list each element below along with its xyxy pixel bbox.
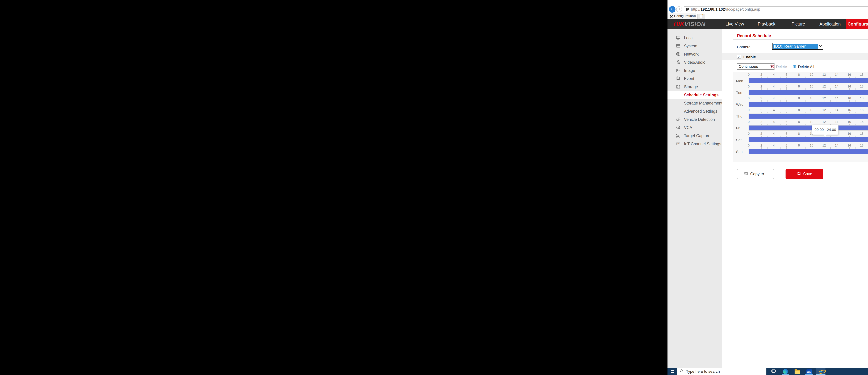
schedule-track[interactable]	[749, 137, 868, 143]
sidebar-item-storage-management[interactable]: Storage Management	[668, 99, 722, 107]
delete-all-label: Delete All	[798, 65, 814, 69]
schedule-row-fri[interactable]: 024681012141618202224Fri	[733, 120, 868, 132]
sidebar-item-vca[interactable]: VCA	[668, 123, 722, 132]
schedule-track[interactable]	[749, 114, 868, 119]
sidebar-item-image[interactable]: Image	[668, 66, 722, 74]
nav-item-playback[interactable]: Playback	[751, 19, 782, 29]
sidebar-item-target-capture[interactable]: Target Capture	[668, 132, 722, 140]
trash-icon	[793, 64, 797, 69]
internet-explorer-taskbar-button[interactable]: e	[816, 368, 826, 375]
schedule-track[interactable]	[749, 102, 868, 107]
nav-item-live-view[interactable]: Live View	[719, 19, 751, 29]
hour-label: 2	[761, 96, 762, 100]
taskbar-search-icon	[679, 369, 684, 374]
hour-label: 8	[798, 144, 800, 147]
delete-all-button[interactable]: Delete All	[793, 64, 814, 69]
sidebar-item-label: Video/Audio	[684, 60, 706, 65]
schedule-track[interactable]	[749, 149, 868, 154]
delete-label: Delete	[776, 65, 787, 69]
vca-icon	[676, 125, 681, 130]
day-label: Mon	[736, 79, 743, 83]
nav-item-application[interactable]: Application	[814, 19, 846, 29]
hour-label: 0	[748, 132, 750, 135]
sky-taskbar-button[interactable]: sky	[804, 368, 814, 375]
task-view-taskbar-button[interactable]	[769, 368, 778, 375]
sidebar-item-advanced-settings[interactable]: Advanced Settings	[668, 107, 722, 115]
schedule-track[interactable]	[749, 90, 868, 95]
edge-taskbar-button[interactable]	[781, 368, 790, 375]
site-favicon	[686, 8, 689, 11]
notepad-icon	[676, 76, 681, 81]
hour-label: 10	[810, 73, 813, 76]
hour-label: 16	[847, 108, 851, 112]
schedule-segment-continuous[interactable]	[749, 126, 868, 130]
sidebar-item-iot-channel-settings[interactable]: IOTIoT Channel Settings	[668, 140, 722, 148]
schedule-segment-continuous[interactable]	[749, 78, 868, 83]
image-icon	[676, 68, 681, 73]
schedule-segment-continuous[interactable]	[749, 90, 868, 95]
tab-close-icon[interactable]: ✕	[694, 14, 696, 18]
schedule-row-tue[interactable]: 024681012141618202224Tue	[733, 85, 868, 96]
save-button[interactable]: Save	[785, 169, 823, 179]
hour-label: 8	[798, 73, 800, 76]
hour-label: 8	[798, 132, 800, 135]
hour-label: 12	[823, 144, 826, 147]
sidebar-item-label: Storage	[684, 85, 698, 89]
schedule-segment-continuous[interactable]	[749, 137, 868, 142]
start-button[interactable]	[668, 368, 677, 375]
sidebar-item-event[interactable]: Event	[668, 74, 722, 83]
schedule-segment-continuous[interactable]	[749, 149, 868, 154]
schedule-row-thu[interactable]: 024681012141618202224Thu	[733, 108, 868, 120]
tab-record-schedule[interactable]: Record Schedule	[737, 33, 771, 38]
schedule-track[interactable]	[749, 125, 868, 130]
sidebar-item-label: Advanced Settings	[684, 109, 717, 114]
camera-select[interactable]: [D10] Rear Garden	[772, 43, 823, 50]
hour-label: 10	[810, 96, 813, 100]
address-bar[interactable]: http://192.168.1.102/doc/page/config.asp	[684, 6, 868, 12]
schedule-track[interactable]	[749, 78, 868, 83]
delete-button[interactable]: Delete	[770, 64, 787, 69]
hour-label: 4	[773, 144, 775, 147]
hour-label: 0	[748, 108, 750, 112]
sidebar-item-video-audio[interactable]: Video/Audio	[668, 58, 722, 66]
file-explorer-taskbar-button[interactable]	[793, 368, 802, 375]
sidebar-item-local[interactable]: Local	[668, 34, 722, 42]
hour-label: 18	[860, 73, 864, 76]
forward-button[interactable]	[676, 6, 682, 12]
sidebar-item-system[interactable]: System	[668, 42, 722, 50]
sky-icon: sky	[806, 369, 812, 374]
sidebar-item-schedule-settings[interactable]: Schedule Settings	[668, 91, 722, 99]
record-type-select[interactable]: Continuous	[737, 63, 774, 70]
schedule-segment-continuous[interactable]	[749, 102, 868, 107]
taskbar-search-placeholder: Type here to search	[686, 369, 720, 374]
sidebar-item-network[interactable]: Network	[668, 50, 722, 58]
windows-logo-icon	[671, 370, 674, 373]
schedule-grid[interactable]: 024681012141618202224Mon0246810121416182…	[733, 72, 868, 162]
browser-tab[interactable]: Configuration ✕	[668, 13, 696, 19]
new-tab-button[interactable]	[698, 14, 705, 19]
sidebar-item-label: Network	[684, 52, 699, 57]
hour-label: 0	[748, 85, 750, 88]
schedule-row-mon[interactable]: 024681012141618202224Mon	[733, 73, 868, 85]
back-button[interactable]	[669, 6, 676, 13]
mic-icon	[676, 60, 681, 65]
schedule-segment-continuous[interactable]	[749, 114, 868, 119]
schedule-row-wed[interactable]: 024681012141618202224Wed	[733, 96, 868, 108]
sidebar-item-storage[interactable]: Storage	[668, 83, 722, 91]
camera-selected-value: [D10] Rear Garden	[773, 44, 818, 49]
hour-label: 4	[773, 108, 775, 112]
hour-label: 4	[773, 132, 775, 135]
hour-label: 16	[847, 73, 851, 76]
schedule-row-sun[interactable]: 024681012141618202224Sun	[733, 144, 868, 156]
camera-select-arrow[interactable]	[818, 43, 823, 49]
taskbar-search-input[interactable]: Type here to search	[677, 368, 767, 375]
schedule-row-sat[interactable]: 024681012141618202224Sat	[733, 132, 868, 144]
enable-checkbox[interactable]: ✓	[737, 55, 741, 59]
nav-item-configuration[interactable]: Configuration	[846, 19, 868, 29]
hour-label: 14	[835, 120, 838, 124]
hour-label: 14	[835, 73, 838, 76]
sidebar-item-vehicle-detection[interactable]: Vehicle Detection	[668, 115, 722, 123]
settings-sidebar: LocalSystemNetworkVideo/AudioImageEventS…	[668, 29, 722, 368]
nav-item-picture[interactable]: Picture	[782, 19, 814, 29]
copy-to-button[interactable]: Copy to...	[737, 169, 774, 179]
